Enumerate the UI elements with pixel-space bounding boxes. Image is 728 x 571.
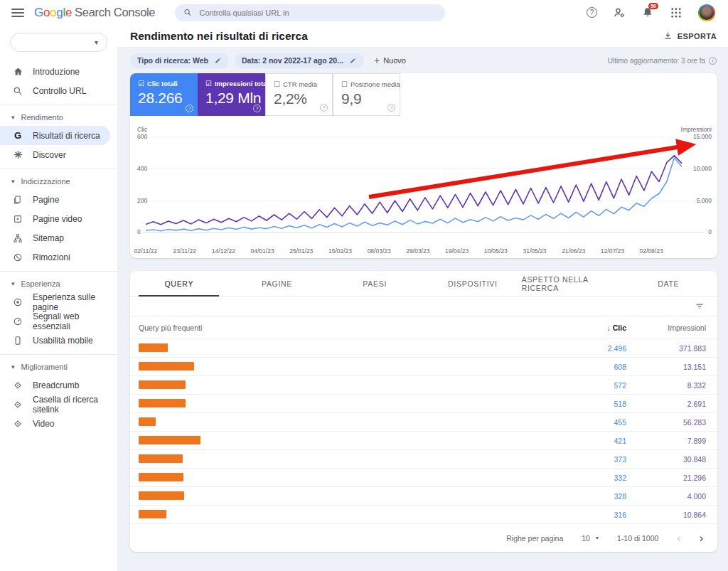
app-logo[interactable]: Google Search Console (34, 6, 155, 20)
sidebar-item-risultati-di-ricerca[interactable]: G Risultati di ricerca (0, 126, 110, 145)
sidebar-item-label: Introduzione (33, 67, 80, 77)
filter-funnel-icon[interactable] (695, 301, 705, 311)
table-row[interactable]: 608 13.151 (130, 357, 717, 375)
sidebar-item-pagine-video[interactable]: Pagine video (0, 209, 110, 228)
table-row[interactable]: 332 21.296 (130, 468, 717, 486)
checkbox-unchecked-icon[interactable]: ☐ (274, 80, 280, 88)
sidebar-item-sitemap[interactable]: Sitemap (0, 228, 110, 247)
chevron-down-icon: ▾ (95, 38, 98, 46)
caret-down-icon: ▾ (11, 114, 15, 121)
sidebar-item-pagine[interactable]: Pagine (0, 190, 110, 209)
menu-icon[interactable] (11, 9, 24, 17)
export-button[interactable]: ESPORTA (663, 31, 717, 41)
tab-query[interactable]: QUERY (130, 271, 228, 296)
table-row[interactable]: 2.496 371.883 (130, 338, 717, 357)
core-web-vitals-icon (12, 316, 23, 327)
column-impressioni[interactable]: Impressioni (626, 324, 706, 332)
enhancement-icon (12, 418, 23, 429)
section-rendimento[interactable]: ▾ Rendimento (0, 108, 117, 126)
metric-card-impressioni-totali[interactable]: ☑Impressioni totali 1,29 Mln ? (198, 73, 265, 116)
rows-per-page-select[interactable]: 10 ▾ (582, 534, 599, 543)
tab-date[interactable]: DATE (619, 271, 717, 296)
notifications-bell-icon[interactable]: 50 (641, 6, 654, 19)
divider (0, 105, 117, 105)
download-icon (663, 31, 673, 41)
sidebar-item-video[interactable]: Video (0, 414, 110, 433)
sidebar-item-label: Usabilità mobile (33, 336, 93, 346)
impressions-value: 21.296 (626, 474, 706, 482)
discover-icon (12, 149, 23, 161)
help-icon[interactable]: ? (387, 104, 395, 112)
table-row[interactable]: 328 4.000 (130, 486, 717, 505)
sidebar-item-label: Discover (33, 150, 66, 160)
sidebar-item-usabilita-mobile[interactable]: Usabilità mobile (0, 331, 110, 350)
performance-chart[interactable]: Clic 600 400 200 0 Impressioni 15.000 10… (130, 126, 717, 247)
metric-card-posizione-media[interactable]: ☐Posizione media 9,9 ? (333, 73, 400, 116)
metric-card-clic-totali[interactable]: ☑Clic totali 28.266 ? (130, 73, 198, 116)
info-icon[interactable]: i (709, 57, 717, 65)
section-indicizzazione[interactable]: ▾ Indicizzazione (0, 172, 117, 190)
impressions-value: 56.283 (626, 418, 706, 427)
clicks-value: 421 (561, 437, 626, 445)
metric-card-ctr-media[interactable]: ☐CTR media 2,2% ? (265, 73, 333, 116)
dimensions-table-panel: QUERY PAGINE PAESI DISPOSITIVI ASPETTO N… (130, 271, 717, 552)
sidebar-item-casella-di-ricerca-sitelink[interactable]: Casella di ricerca sitelink (0, 395, 110, 414)
avatar[interactable] (698, 4, 715, 21)
x-axis-label: 31/05/23 (523, 247, 546, 255)
previous-page-icon[interactable]: ‹ (677, 532, 680, 545)
main-content: Rendimento nei risultati di ricerca ESPO… (117, 25, 728, 562)
search-input[interactable] (199, 9, 437, 17)
last-update: Ultimo aggiornamento: 3 ore fa i (608, 57, 728, 65)
tab-pagine[interactable]: PAGINE (228, 271, 326, 296)
help-icon[interactable]: ? (320, 104, 328, 112)
sidebar-item-rimozioni[interactable]: Rimozioni (0, 247, 110, 267)
sidebar-item-label: Risultati di ricerca (33, 131, 100, 141)
table-row[interactable]: 455 56.283 (130, 412, 717, 431)
y-axis-title-left: Clic (137, 126, 147, 133)
property-selector[interactable]: ▾ (10, 33, 107, 52)
next-page-icon[interactable]: › (700, 532, 703, 545)
user-settings-icon[interactable] (613, 6, 626, 19)
sidebar-item-esperienza-sulle-pagine[interactable]: Esperienza sulle pagine (0, 292, 110, 311)
y-tick: 0 (137, 228, 141, 235)
table-row[interactable]: 421 7.899 (130, 431, 717, 449)
removals-icon (12, 252, 23, 263)
filter-chip-search-type[interactable]: Tipo di ricerca: Web (130, 53, 229, 68)
help-icon[interactable]: ? (186, 105, 193, 112)
sidebar-item-controllo-url[interactable]: Controllo URL (0, 81, 110, 100)
section-miglioramenti[interactable]: ▾ Miglioramenti (0, 358, 117, 375)
tab-aspetto-nella-ricerca[interactable]: ASPETTO NELLA RICERCA (522, 271, 620, 296)
section-title: Rendimento (21, 113, 63, 122)
apps-grid-icon[interactable] (670, 6, 682, 19)
help-icon[interactable]: ? (587, 7, 597, 18)
sidebar-item-breadcrumb[interactable]: Breadcrumb (0, 375, 110, 395)
column-clic-sort[interactable]: ↓Clic (561, 324, 626, 332)
search-icon (183, 8, 192, 17)
home-icon (12, 66, 23, 78)
checkbox-unchecked-icon[interactable]: ☐ (341, 80, 348, 88)
sidebar-item-segnali-web-essenziali[interactable]: Segnali web essenziali (0, 311, 110, 331)
redacted-query-bar (139, 473, 183, 481)
new-filter-button[interactable]: + Nuovo (374, 55, 406, 66)
table-row[interactable]: 572 8.332 (130, 375, 717, 394)
sidebar-item-discover[interactable]: Discover (0, 145, 110, 164)
sidebar-item-introduzione[interactable]: Introduzione (0, 62, 110, 81)
filter-chip-date-range[interactable]: Data: 2 nov 2022-17 ago 20... (235, 53, 364, 68)
help-icon[interactable]: ? (253, 105, 261, 112)
sidebar: ▾ Introduzione Controllo URL ▾ Rendiment… (0, 25, 117, 571)
table-row[interactable]: 518 2.691 (130, 394, 717, 412)
section-esperienza[interactable]: ▾ Esperienza (0, 274, 117, 292)
redacted-query-bar (139, 436, 200, 444)
sort-arrow-icon: ↓ (606, 324, 610, 332)
y-tick: 400 (137, 165, 147, 172)
tab-dispositivi[interactable]: DISPOSITIVI (424, 271, 522, 296)
sidebar-item-label: Breadcrumb (33, 380, 79, 390)
checkbox-checked-icon[interactable]: ☑ (138, 80, 144, 87)
checkbox-checked-icon[interactable]: ☑ (205, 80, 212, 87)
url-inspection-search[interactable] (175, 4, 445, 21)
table-row[interactable]: 316 10.864 (130, 505, 717, 523)
tab-paesi[interactable]: PAESI (326, 271, 424, 296)
sidebar-item-label: Segnali web essenziali (33, 311, 110, 331)
table-row[interactable]: 373 30.848 (130, 449, 717, 468)
section-title: Indicizzazione (21, 177, 70, 186)
